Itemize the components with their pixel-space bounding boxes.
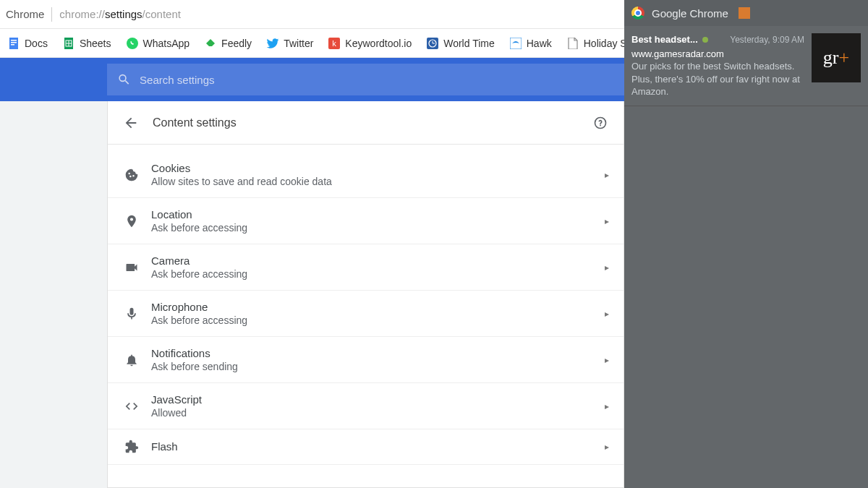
svg-rect-0	[9, 38, 18, 49]
svg-rect-1	[11, 40, 17, 41]
notifications-drawer: Google Chrome Best headset... Yesterday,…	[624, 0, 868, 488]
bookmark-label: Keywordtool.io	[345, 38, 412, 49]
setting-title: Microphone	[151, 301, 605, 313]
bookmark-twitter[interactable]: Twitter	[266, 37, 313, 50]
bookmark-label: WhatsApp	[143, 38, 190, 49]
svg-rect-3	[11, 44, 14, 46]
help-button[interactable]	[592, 114, 609, 132]
app-name: Chrome	[6, 8, 44, 20]
search-icon	[117, 72, 131, 87]
unread-dot-icon	[702, 37, 708, 43]
setting-row-mic[interactable]: MicrophoneAsk before accessing▸	[108, 291, 624, 337]
chevron-right-icon: ▸	[605, 216, 609, 226]
chevron-right-icon: ▸	[605, 401, 609, 411]
page-title: Content settings	[153, 116, 592, 129]
notification-thumbnail: gr+	[812, 33, 861, 82]
code-icon	[122, 399, 141, 414]
bookmark-hawk[interactable]: Hawk	[509, 37, 552, 50]
svg-text:k: k	[333, 39, 337, 48]
setting-row-plugin[interactable]: Flash▸	[108, 429, 624, 465]
card-header: Content settings	[108, 101, 624, 145]
whatsapp-icon	[126, 37, 139, 50]
back-button[interactable]	[122, 114, 140, 132]
bookmark-sheets[interactable]: Sheets	[62, 37, 111, 50]
twitter-icon	[266, 37, 279, 50]
setting-row-cookie[interactable]: CookiesAllow sites to save and read cook…	[108, 145, 624, 198]
bookmark-label: Feedly	[221, 38, 252, 49]
drawer-badge	[739, 7, 750, 19]
divider	[51, 7, 52, 22]
plugin-icon	[122, 440, 141, 454]
setting-subtitle: Ask before accessing	[151, 314, 605, 326]
sheets-icon	[62, 37, 75, 50]
arrow-left-icon	[123, 115, 139, 131]
feedly-icon	[204, 37, 217, 50]
bell-icon	[122, 353, 141, 367]
settings-list: CookiesAllow sites to save and read cook…	[108, 145, 624, 465]
hawk-icon	[509, 37, 522, 50]
bookmark-label: Twitter	[284, 38, 313, 49]
chrome-icon	[631, 7, 644, 20]
chevron-right-icon: ▸	[605, 309, 609, 319]
mic-icon	[122, 307, 141, 321]
worldtime-icon	[426, 37, 439, 50]
bookmark-whatsapp[interactable]: WhatsApp	[126, 37, 190, 50]
bookmark-worldtime[interactable]: World Time	[426, 37, 495, 50]
drawer-app-label: Google Chrome	[652, 7, 728, 20]
search-settings[interactable]	[107, 64, 624, 95]
notification-content: Best headset... Yesterday, 9:09 AM www.g…	[631, 33, 804, 98]
bookmark-keywordtool[interactable]: kKeywordtool.io	[328, 37, 412, 50]
setting-subtitle: Ask before accessing	[151, 268, 605, 280]
setting-title: Location	[151, 208, 605, 221]
cookie-icon	[122, 168, 141, 182]
docs-icon	[7, 37, 20, 50]
camera-icon	[122, 260, 141, 275]
help-icon	[593, 116, 608, 130]
setting-row-camera[interactable]: CameraAsk before accessing▸	[108, 244, 624, 291]
bookmark-label: Docs	[25, 38, 48, 49]
notification-title: Best headset...	[631, 33, 698, 46]
bookmark-docs[interactable]: Docs	[7, 37, 48, 50]
setting-title: Flash	[151, 440, 605, 453]
search-input[interactable]	[140, 74, 614, 86]
svg-rect-2	[11, 42, 17, 43]
bookmark-label: World Time	[443, 38, 495, 49]
setting-subtitle: Ask before sending	[151, 361, 605, 372]
location-icon	[122, 214, 141, 228]
setting-row-bell[interactable]: NotificationsAsk before sending▸	[108, 337, 624, 383]
notification-time: Yesterday, 9:09 AM	[730, 34, 804, 46]
chevron-right-icon: ▸	[605, 262, 609, 273]
settings-card: Content settings CookiesAllow sites to s…	[107, 101, 624, 488]
chevron-right-icon: ▸	[605, 355, 609, 365]
setting-row-code[interactable]: JavaScriptAllowed▸	[108, 383, 624, 429]
keywordtool-icon: k	[328, 37, 341, 50]
bookmark-feedly[interactable]: Feedly	[204, 37, 252, 50]
notification-item[interactable]: Best headset... Yesterday, 9:09 AM www.g…	[624, 26, 868, 106]
setting-row-location[interactable]: LocationAsk before accessing▸	[108, 198, 624, 244]
drawer-header: Google Chrome	[624, 0, 868, 26]
bookmark-label: Sheets	[80, 38, 111, 49]
setting-subtitle: Allow sites to save and read cookie data	[151, 176, 605, 187]
setting-title: Camera	[151, 254, 605, 267]
url[interactable]: chrome://settings/content	[59, 8, 181, 20]
setting-subtitle: Ask before accessing	[151, 222, 605, 234]
chevron-right-icon: ▸	[605, 170, 609, 180]
main-area: Content settings CookiesAllow sites to s…	[0, 101, 624, 488]
page-icon	[566, 37, 579, 50]
setting-title: Cookies	[151, 162, 605, 174]
notification-site: www.gamesradar.com	[631, 48, 804, 61]
setting-title: JavaScript	[151, 393, 605, 406]
bookmark-label: Hawk	[527, 38, 552, 49]
notification-body: Our picks for the best Switch headsets. …	[631, 60, 804, 98]
svg-rect-15	[510, 38, 522, 49]
setting-title: Notifications	[151, 347, 605, 359]
setting-subtitle: Allowed	[151, 407, 605, 419]
chevron-right-icon: ▸	[605, 442, 609, 452]
